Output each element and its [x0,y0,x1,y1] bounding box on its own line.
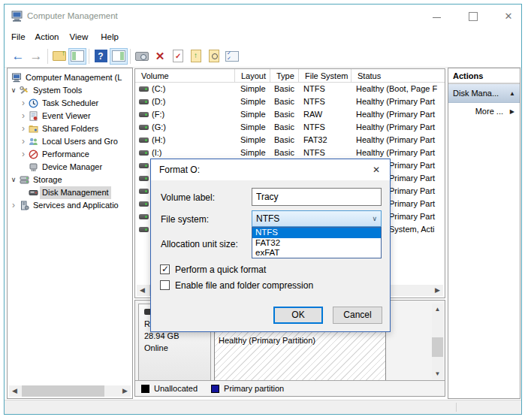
task-check-icon[interactable] [169,48,187,65]
find-icon[interactable] [205,48,223,65]
show-console-tree-icon[interactable] [68,48,86,65]
tree-item-device-manager[interactable]: Device Manager [8,161,132,174]
forward-icon[interactable] [27,48,45,65]
chevron-right-icon[interactable] [19,148,28,162]
volume-row[interactable]: (G:)SimpleBasicNTFSHealthy (Primary Part [135,121,445,134]
tree-item-storage[interactable]: Storage [8,174,132,186]
volume-row[interactable]: (I:)SimpleBasicNTFSHealthy (Primary Part [135,147,445,159]
toolbar-separator [89,49,89,64]
disk-status: Online [144,342,210,354]
chevron-right-icon[interactable] [19,110,28,123]
up-folder-icon[interactable] [50,48,68,65]
compression-checkbox-row[interactable]: Enable file and folder compression [160,279,313,291]
action-disk-management[interactable]: Disk Mana... ▲ [448,84,520,103]
option-ntfs[interactable]: NTFS [252,228,381,238]
tree-item-task-scheduler[interactable]: Task Scheduler [8,97,132,110]
close-icon[interactable] [503,11,514,22]
disk-management-icon [29,188,38,198]
checklist-icon[interactable] [223,48,241,65]
maximize-icon[interactable] [468,11,478,22]
chevron-right-icon[interactable] [19,135,28,149]
performance-icon [29,150,38,159]
help-icon[interactable]: ? [92,48,110,65]
minimize-icon[interactable] [433,11,443,22]
volume-label-input[interactable] [252,188,382,206]
chevron-down-icon[interactable] [9,84,18,97]
tree-item-system-tools[interactable]: System Tools [8,84,132,97]
scroll-right-icon[interactable]: ▶ [432,285,443,296]
column-type[interactable]: Type [270,69,299,82]
tree-item-disk-management[interactable]: Disk Management [8,186,132,199]
scroll-up-icon[interactable]: ▲ [432,304,443,315]
toolbar-separator [47,49,48,64]
chevron-right-icon[interactable] [19,122,28,136]
primary-partition-swatch [211,385,219,393]
show-action-pane-icon[interactable] [110,48,128,65]
file-system-combobox[interactable]: NTFS [252,210,382,227]
option-exfat[interactable]: exFAT [252,248,381,258]
chevron-right-icon[interactable] [9,199,18,213]
file-system-dropdown-list: NTFS FAT32 exFAT [252,227,382,258]
system-tools-icon [20,86,29,95]
volume-icon [135,189,152,194]
column-file-system[interactable]: File System [299,69,352,82]
column-layout[interactable]: Layout [235,69,270,82]
format-dialog: Format O: Volume label: File system: NTF… [150,159,391,332]
tree-item-performance[interactable]: Performance [8,148,132,161]
action-more[interactable]: More ... ▶ [448,103,520,120]
tree-item-root[interactable]: Computer Management (L [8,71,132,84]
actions-pane: Actions Disk Mana... ▲ More ... ▶ [448,68,520,399]
submenu-arrow-icon: ▶ [510,103,514,120]
menu-help[interactable]: Help [101,31,119,43]
compression-checkbox[interactable] [160,280,170,290]
back-icon[interactable] [9,48,27,65]
scroll-left-icon[interactable]: ◀ [9,385,20,397]
option-fat32[interactable]: FAT32 [252,238,381,249]
menu-view[interactable]: View [70,31,89,43]
services-icon [20,201,29,210]
ok-button[interactable]: OK [273,307,323,324]
volume-row[interactable]: (D:)SimpleBasicNTFSHealthy (Primary Part [135,95,445,108]
scroll-down-icon[interactable]: ▼ [432,368,443,379]
column-volume[interactable]: Volume [135,69,235,82]
scroll-right-icon[interactable]: ▶ [119,385,131,397]
legend: Unallocated Primary partition [135,380,445,396]
chevron-right-icon[interactable] [19,97,28,110]
chevron-down-icon[interactable] [372,211,377,226]
disk-vertical-scrollbar[interactable]: ▲ ▼ [432,304,443,379]
volume-row[interactable]: (H:)SimpleBasicFAT32Healthy (Primary Par… [135,134,445,147]
local-users-icon [29,137,38,147]
allocation-unit-label: Allocation unit size: [161,239,238,249]
file-system-value: NTFS [256,213,279,224]
delete-icon[interactable] [151,48,169,65]
volume-icon [135,176,152,181]
event-viewer-icon [29,111,38,121]
device-icon[interactable] [133,48,151,65]
quick-format-checkbox-row[interactable]: Perform a quick format [160,264,266,275]
computer-management-window: Computer Management File Action View Hel… [4,4,522,415]
menu-file[interactable]: File [11,31,26,43]
chevron-down-icon[interactable] [9,174,18,186]
tree-horizontal-scrollbar[interactable]: ◀ ▶ [9,385,131,397]
export-icon[interactable] [187,48,205,65]
status-bar-divider [456,403,457,412]
quick-format-checkbox[interactable] [160,264,170,274]
window-title: Computer Management [27,11,118,20]
tree-item-local-users[interactable]: Local Users and Gro [8,135,132,148]
column-status[interactable]: Status [352,69,445,82]
tree-item-event-viewer[interactable]: Event Viewer [8,110,132,122]
cancel-button[interactable]: Cancel [333,307,382,324]
volume-icon [135,201,152,207]
dialog-close-icon[interactable] [370,164,382,176]
scrollbar-thumb[interactable] [22,385,104,397]
screenshot-root: Computer Management File Action View Hel… [0,0,525,420]
tree-item-services[interactable]: Services and Applicatio [8,199,132,212]
scrollbar-thumb[interactable] [432,337,443,357]
collapse-icon[interactable]: ▲ [509,84,515,103]
menu-action[interactable]: Action [35,31,59,43]
volume-row[interactable]: (F:)SimpleBasicRAWHealthy (Primary Part [135,108,445,121]
volume-icon [135,227,152,232]
scroll-left-icon[interactable]: ◀ [137,285,148,296]
tree-item-shared-folders[interactable]: Shared Folders [8,122,132,135]
volume-row[interactable]: (C:)SimpleBasicNTFSHealthy (Boot, Page F [135,83,445,95]
